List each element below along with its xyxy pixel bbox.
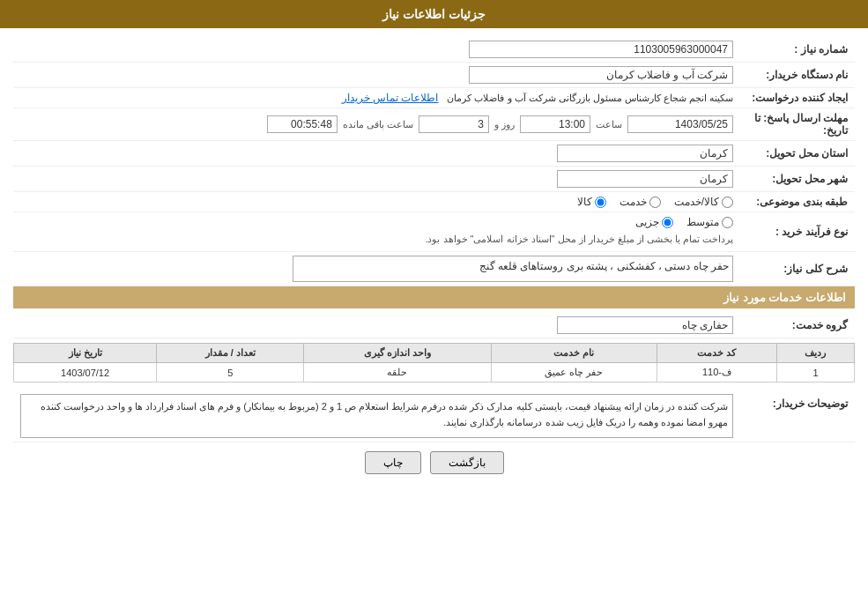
cell-tedad: 5 [157,363,304,382]
grooh-khadamat-input: حفاری چاه [557,316,733,334]
table-header-row: ردیف کد خدمت نام خدمت واحد اندازه گیری ت… [14,344,855,363]
grooh-khadamat-value: حفاری چاه [20,316,733,334]
radio-kala-khadamat-input[interactable] [722,197,733,208]
page-title: جزئیات اطلاعات نیاز [382,7,486,21]
col-kod: کد خدمت [657,344,776,363]
nam-dastgah-row: نام دستگاه خریدار: شرکت آب و فاضلاب کرما… [13,63,855,88]
ijad-konande-value: سکینه انجم شجاع کارشناس مسئول بازرگانی ش… [20,92,733,104]
radio-jozee[interactable]: جزیی [635,216,673,228]
button-row: بازگشت چاپ [13,442,855,483]
tosifat-value: شرکت کننده در زمان ارائه پیشنهاد قیمت، ب… [20,394,733,438]
tosifat-textarea: شرکت کننده در زمان ارائه پیشنهاد قیمت، ب… [20,394,733,438]
sharh-input: حفر چاه دستی ، کفشکنی ، پشته بری روستاها… [293,256,733,282]
col-vahed: واحد اندازه گیری [304,344,491,363]
shahr-tahvil-input: کرمان [557,170,733,188]
radio-kala-label: کالا [577,196,592,208]
mohlat-value: 1403/05/25 ساعت 13:00 روز و 3 ساعت باقی … [20,115,733,133]
cell-radif: 1 [776,363,854,382]
service-section-title: اطلاعات خدمات مورد نیاز [13,286,855,308]
radio-khadamat-input[interactable] [649,197,661,208]
shomare-niaz-label: شماره نیاز : [733,43,848,56]
table-body: 1 ف-110 حفر چاه عمیق حلقه 5 1403/07/12 [14,363,855,382]
col-radif: ردیف [776,344,854,363]
table-head: ردیف کد خدمت نام خدمت واحد اندازه گیری ت… [14,344,855,363]
nam-dastgah-input: شرکت آب و فاضلاب کرمان [469,66,733,84]
shahr-tahvil-value: کرمان [20,170,733,188]
radio-motavasset[interactable]: متوسط [686,216,733,228]
baz-gasht-button[interactable]: بازگشت [430,451,504,474]
ijad-konande-row: ایجاد کننده درخواست: سکینه انجم شجاع کار… [13,88,855,108]
page-wrapper: جزئیات اطلاعات نیاز شماره نیاز : 1103005… [0,0,868,609]
noee-radio-group: متوسط جزیی [425,216,733,228]
services-table-section: ردیف کد خدمت نام خدمت واحد اندازه گیری ت… [13,343,855,382]
radio-jozee-label: جزیی [635,216,659,228]
radio-kala-khadamat-label: کالا/خدمت [674,196,719,208]
saat-label: ساعت [596,119,622,130]
ostan-tahvil-value: کرمان [20,145,733,162]
tabaqe-value: کالا/خدمت خدمت کالا [20,196,733,208]
radio-kala-input[interactable] [595,197,606,208]
mohlat-rooz-input: 3 [419,115,489,133]
sharh-row: شرح کلی نیاز: حفر چاه دستی ، کفشکنی ، پش… [13,252,855,286]
noee-farayand-label: نوع فرآیند خرید : [733,226,848,238]
services-table: ردیف کد خدمت نام خدمت واحد اندازه گیری ت… [13,343,855,382]
col-name: نام خدمت [491,344,657,363]
shahr-tahvil-row: شهر محل تحویل: کرمان [13,167,855,192]
mohlat-row: مهلت ارسال پاسخ: تا تاریخ: 1403/05/25 سا… [13,108,855,141]
nam-dastgah-label: نام دستگاه خریدار: [733,69,848,81]
sharh-label: شرح کلی نیاز: [733,263,848,275]
shomare-niaz-input: 1103005963000047 [469,41,733,58]
tabaqe-radio-group: کالا/خدمت خدمت کالا [577,196,733,208]
tabaqe-row: طبقه بندی موضوعی: کالا/خدمت خدمت کالا [13,192,855,212]
table-row: 1 ف-110 حفر چاه عمیق حلقه 5 1403/07/12 [14,363,855,382]
cell-vahed: حلقه [304,363,491,382]
grooh-khadamat-label: گروه خدمت: [733,319,848,331]
ostan-tahvil-input: کرمان [557,145,733,162]
mohlat-date-row: 1403/05/25 ساعت 13:00 روز و 3 ساعت باقی … [267,115,733,133]
noee-notice: پرداخت تمام یا بخشی از مبلغ خریدار از مح… [425,231,733,248]
cell-tarikh: 1403/07/12 [14,363,157,382]
baqi-mande-label: ساعت باقی مانده [343,119,413,130]
cell-name: حفر چاه عمیق [491,363,657,382]
noee-farayand-value: متوسط جزیی پرداخت تمام یا بخشی از مبلغ خ… [20,216,733,248]
mohlat-baqi-input: 00:55:48 [267,115,338,133]
noee-farayand-row: نوع فرآیند خرید : متوسط جزیی پرداخت تمام… [13,212,855,252]
rooz-label: روز و [494,119,515,130]
radio-kala-khadamat[interactable]: کالا/خدمت [674,196,733,208]
ostan-tahvil-row: استان محل تحویل: کرمان [13,141,855,167]
tamas-kharida-link[interactable]: اطلاعات تماس خریدار [342,92,439,104]
mohlat-saat-input: 13:00 [520,115,590,133]
radio-jozee-input[interactable] [662,217,673,228]
noee-options: متوسط جزیی پرداخت تمام یا بخشی از مبلغ خ… [425,216,733,248]
radio-khadamat-label: خدمت [619,196,647,208]
tabaqe-label: طبقه بندی موضوعی: [733,196,848,208]
content-area: شماره نیاز : 1103005963000047 نام دستگاه… [0,28,868,492]
sharh-value: حفر چاه دستی ، کفشکنی ، پشته بری روستاها… [20,256,733,282]
mohlat-date-input: 1403/05/25 [627,115,733,133]
ostan-tahvil-label: استان محل تحویل: [733,147,848,160]
shahr-tahvil-label: شهر محل تحویل: [733,173,848,185]
tosifat-row: توضیحات خریدار: شرکت کننده در زمان ارائه… [13,387,855,442]
page-header: جزئیات اطلاعات نیاز [0,0,868,28]
grooh-khadamat-row: گروه خدمت: حفاری چاه [13,313,855,338]
nam-dastgah-value: شرکت آب و فاضلاب کرمان [20,66,733,84]
shomare-niaz-row: شماره نیاز : 1103005963000047 [13,37,855,63]
tosifat-label: توضیحات خریدار: [733,394,848,410]
ijad-konande-text: سکینه انجم شجاع کارشناس مسئول بازرگانی ش… [447,93,733,104]
cell-kod: ف-110 [657,363,776,382]
radio-kala[interactable]: کالا [577,196,606,208]
col-tarikh: تاریخ نیاز [14,344,157,363]
col-tedad: تعداد / مقدار [157,344,304,363]
radio-khadamat[interactable]: خدمت [619,196,661,208]
ijad-konande-label: ایجاد کننده درخواست: [733,92,848,104]
radio-motavasset-label: متوسط [686,216,719,228]
mohlat-label: مهلت ارسال پاسخ: تا تاریخ: [733,112,848,137]
shomare-niaz-value: 1103005963000047 [20,41,733,58]
chap-button[interactable]: چاپ [365,451,421,474]
radio-motavasset-input[interactable] [722,217,733,228]
